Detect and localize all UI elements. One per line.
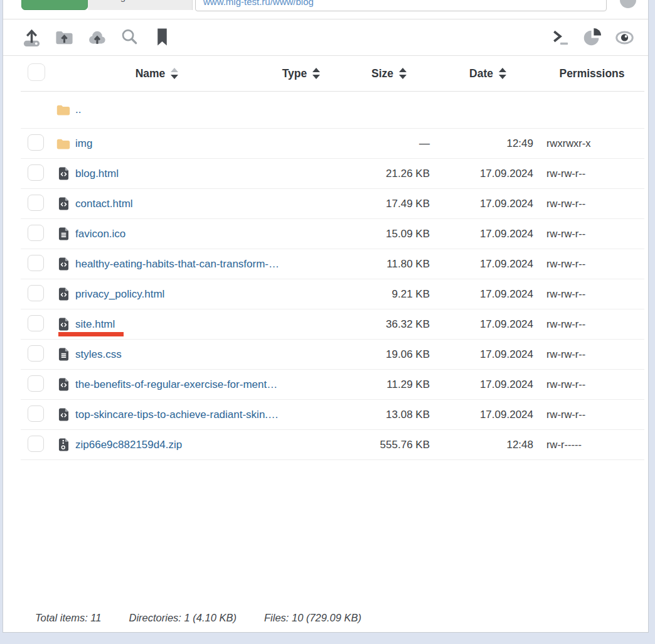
name-cell: blog.html <box>53 159 260 188</box>
table-row: contact.html 17.49 KB 17.09.2024 rw-rw-r… <box>21 189 644 219</box>
total-items-label: Total items: 11 <box>35 612 101 624</box>
status-bar: Total items: 11 Directories: 1 (4.10 KB)… <box>35 612 361 624</box>
sort-icon <box>399 68 407 79</box>
file-name-link[interactable]: img <box>75 137 92 150</box>
address-input[interactable]: www.mig-test.ru/www/blog <box>195 0 607 11</box>
file-name-link[interactable]: zip66e9c882159d4.zip <box>75 439 182 451</box>
toolbar-left-group <box>20 26 173 49</box>
upload-icon[interactable] <box>20 26 43 49</box>
file-name-link[interactable]: site.html <box>75 318 115 331</box>
name-cell: privacy_policy.html <box>53 279 260 309</box>
page-background: mig-test.ru www.mig-test.ru/www/blog Nam… <box>0 0 655 644</box>
table-row: .. <box>21 92 644 129</box>
row-checkbox[interactable] <box>28 375 44 392</box>
address-text: www.mig-test.ru/www/blog <box>203 0 314 7</box>
folder-upload-icon[interactable] <box>53 26 75 49</box>
row-checkbox[interactable] <box>28 285 44 301</box>
row-checkbox[interactable] <box>28 315 44 331</box>
eye-icon[interactable] <box>613 26 636 49</box>
date-cell: 17.09.2024 <box>436 168 540 180</box>
table-row: favicon.ico 15.09 KB 17.09.2024 rw-rw-r-… <box>21 219 644 249</box>
help-icon[interactable] <box>620 0 636 8</box>
select-all-checkbox[interactable] <box>28 63 45 81</box>
table-row: styles.css 19.06 KB 17.09.2024 rw-rw-r-- <box>21 340 644 370</box>
row-checkbox[interactable] <box>28 195 44 211</box>
row-checkbox[interactable] <box>28 225 44 241</box>
row-checkbox[interactable] <box>28 134 44 151</box>
size-cell: 555.76 KB <box>342 439 436 451</box>
permissions-cell: rw-rw-r-- <box>540 378 644 390</box>
file-name-link[interactable]: healthy-eating-habits-that-can-transform… <box>75 258 279 271</box>
permissions-cell: rw-rw-r-- <box>540 409 644 421</box>
table-row: site.html 36.32 KB 17.09.2024 rw-rw-r-- <box>21 309 644 340</box>
column-header-name[interactable]: Name <box>53 67 260 80</box>
permissions-cell: rw-rw-r-- <box>540 198 644 210</box>
pie-chart-icon[interactable] <box>581 26 604 49</box>
row-checkbox[interactable] <box>28 405 44 422</box>
size-cell: 17.49 KB <box>342 198 436 210</box>
row-checkbox[interactable] <box>28 345 44 362</box>
terminal-icon[interactable] <box>549 26 572 49</box>
date-cell: 17.09.2024 <box>436 288 540 301</box>
table-row: privacy_policy.html 9.21 KB 17.09.2024 r… <box>21 279 644 309</box>
name-cell: the-benefits-of-regular-exercise-for-men… <box>53 370 260 399</box>
table-body: .. img — 12:49 rwxrwxr-x blog.html 21.26… <box>21 92 644 460</box>
permissions-cell: rw-rw-r-- <box>540 258 644 270</box>
file-name-link[interactable]: .. <box>75 104 81 116</box>
code-file-icon <box>56 378 70 391</box>
column-header-date[interactable]: Date <box>436 67 540 80</box>
search-icon[interactable] <box>118 26 141 49</box>
date-cell: 17.09.2024 <box>436 348 540 361</box>
sort-icon <box>171 68 178 79</box>
permissions-cell: rw-rw-r-- <box>540 228 644 240</box>
size-cell: 11.80 KB <box>342 258 436 271</box>
cloud-upload-icon[interactable] <box>85 26 108 49</box>
toolbar-right-group <box>549 26 636 49</box>
date-cell: 12:48 <box>436 439 540 451</box>
code-file-icon <box>56 167 70 180</box>
active-button-fragment[interactable] <box>21 0 88 10</box>
table-row: blog.html 21.26 KB 17.09.2024 rw-rw-r-- <box>21 159 644 189</box>
row-checkbox[interactable] <box>28 255 44 271</box>
tab-fragment[interactable]: mig-test.ru <box>88 0 193 10</box>
date-cell: 17.09.2024 <box>436 258 540 271</box>
file-manager-panel: mig-test.ru www.mig-test.ru/www/blog Nam… <box>3 0 649 633</box>
date-cell: 17.09.2024 <box>436 318 540 331</box>
permissions-cell: rw-r----- <box>540 439 644 451</box>
size-cell: 13.08 KB <box>342 409 436 421</box>
name-cell: site.html <box>53 309 260 339</box>
name-cell: styles.css <box>53 340 260 369</box>
column-header-type[interactable]: Type <box>260 67 342 80</box>
bookmark-icon[interactable] <box>151 26 173 49</box>
code-file-icon <box>56 318 70 331</box>
code-file-icon <box>56 408 70 421</box>
file-name-link[interactable]: favicon.ico <box>75 228 125 240</box>
file-name-link[interactable]: blog.html <box>75 168 119 180</box>
date-cell: 17.09.2024 <box>436 378 540 391</box>
top-bar: mig-test.ru www.mig-test.ru/www/blog <box>3 0 648 19</box>
table-row: zip66e9c882159d4.zip 555.76 KB 12:48 rw-… <box>21 430 644 460</box>
permissions-cell: rw-rw-r-- <box>540 318 644 330</box>
file-name-link[interactable]: the-benefits-of-regular-exercise-for-men… <box>75 378 277 391</box>
sort-icon <box>312 68 320 79</box>
name-cell: .. <box>53 92 260 128</box>
name-cell: contact.html <box>53 189 260 218</box>
table-row: img — 12:49 rwxrwxr-x <box>21 129 644 159</box>
folder-icon <box>56 138 70 149</box>
permissions-cell: rw-rw-r-- <box>540 168 644 180</box>
sort-icon <box>499 68 506 79</box>
text-file-icon <box>56 227 70 240</box>
row-checkbox[interactable] <box>28 164 44 181</box>
name-cell: healthy-eating-habits-that-can-transform… <box>53 249 260 279</box>
file-name-link[interactable]: styles.css <box>75 348 122 361</box>
row-checkbox[interactable] <box>28 436 44 452</box>
file-name-link[interactable]: top-skincare-tips-to-achieve-radiant-ski… <box>75 409 279 421</box>
file-name-link[interactable]: privacy_policy.html <box>75 288 164 301</box>
tab-label: mig-test.ru <box>110 0 155 2</box>
name-cell: favicon.ico <box>53 219 260 249</box>
text-file-icon <box>56 348 70 361</box>
file-name-link[interactable]: contact.html <box>75 198 133 210</box>
size-cell: 19.06 KB <box>342 348 436 361</box>
table-header-row: NameTypeSizeDatePermissions <box>21 56 644 92</box>
column-header-size[interactable]: Size <box>342 67 436 80</box>
